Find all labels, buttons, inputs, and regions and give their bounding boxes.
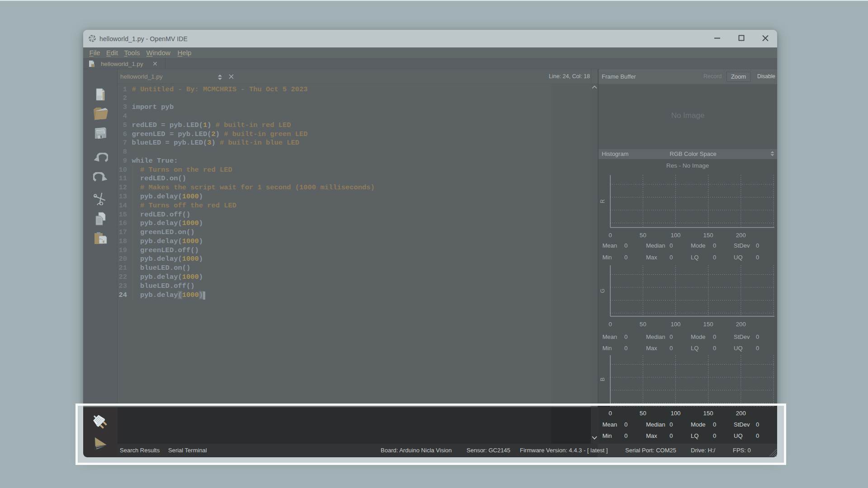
svg-text:150: 150 — [703, 232, 713, 239]
svg-text:0: 0 — [609, 321, 612, 328]
svg-text:B: B — [599, 377, 606, 381]
svg-text:Min: Min — [602, 345, 612, 352]
svg-text:150: 150 — [703, 321, 713, 328]
svg-text:100: 100 — [670, 232, 680, 239]
svg-text:0: 0 — [756, 345, 759, 352]
svg-text:0: 0 — [670, 333, 673, 340]
svg-text:UQ: UQ — [734, 254, 743, 261]
svg-text:Mode: Mode — [691, 242, 706, 249]
svg-text:Median: Median — [646, 242, 665, 249]
svg-text:UQ: UQ — [734, 345, 743, 352]
svg-text:Max: Max — [646, 254, 657, 261]
svg-text:StDev: StDev — [734, 333, 750, 340]
svg-text:200: 200 — [736, 321, 746, 328]
svg-text:R: R — [599, 199, 606, 203]
svg-text:0: 0 — [670, 242, 673, 249]
svg-text:50: 50 — [640, 232, 646, 239]
svg-text:0: 0 — [713, 333, 716, 340]
svg-text:G: G — [599, 289, 606, 293]
svg-text:Mean: Mean — [602, 333, 617, 340]
svg-text:Mean: Mean — [602, 242, 617, 249]
svg-text:50: 50 — [640, 321, 646, 328]
svg-text:0: 0 — [756, 254, 759, 261]
svg-text:0: 0 — [624, 345, 627, 352]
svg-text:0: 0 — [713, 242, 716, 249]
svg-text:0: 0 — [609, 232, 612, 239]
svg-text:Max: Max — [646, 345, 657, 352]
svg-text:Mode: Mode — [691, 333, 706, 340]
svg-text:Median: Median — [646, 333, 665, 340]
svg-text:0: 0 — [670, 254, 673, 261]
svg-text:0: 0 — [756, 333, 759, 340]
svg-text:0: 0 — [756, 242, 759, 249]
svg-text:0: 0 — [670, 345, 673, 352]
svg-text:Min: Min — [602, 254, 612, 261]
svg-text:100: 100 — [670, 321, 680, 328]
svg-text:0: 0 — [713, 254, 716, 261]
svg-text:0: 0 — [624, 333, 627, 340]
svg-text:0: 0 — [713, 345, 716, 352]
svg-text:LQ: LQ — [691, 345, 698, 352]
svg-text:StDev: StDev — [734, 242, 750, 249]
svg-text:LQ: LQ — [691, 254, 698, 261]
svg-text:Res - No Image: Res - No Image — [666, 162, 709, 169]
svg-text:200: 200 — [736, 232, 746, 239]
svg-text:0: 0 — [624, 254, 627, 261]
svg-text:0: 0 — [624, 242, 627, 249]
